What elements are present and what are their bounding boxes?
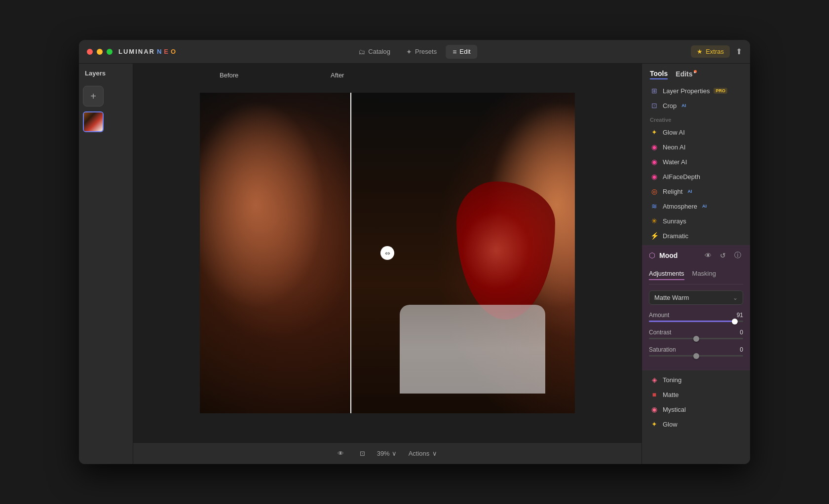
mood-visibility-button[interactable]: 👁 <box>703 250 714 261</box>
dramatic-label: Dramatic <box>663 232 688 240</box>
tool-item-water-ai[interactable]: ◉ Water AI <box>642 154 750 169</box>
tool-item-neon-ai[interactable]: ◉ Neon AI <box>642 140 750 154</box>
catalog-button[interactable]: 🗂 Catalog <box>351 45 397 59</box>
tool-item-dramatic[interactable]: ⚡ Dramatic <box>642 228 750 243</box>
layer-thumbnail[interactable] <box>83 111 104 132</box>
plus-icon: + <box>90 91 96 102</box>
extras-star-icon: ★ <box>697 48 703 55</box>
layers-icon: ⊞ <box>650 87 659 95</box>
info-icon: ⓘ <box>734 251 741 260</box>
saturation-slider-thumb[interactable] <box>693 353 699 359</box>
actions-chevron-icon: ∨ <box>432 450 437 457</box>
tool-item-sunrays[interactable]: ✳ Sunrays <box>642 214 750 228</box>
contrast-slider-track[interactable] <box>649 338 743 339</box>
split-handle[interactable]: ⇔ <box>380 246 394 260</box>
mood-title-group: ⬡ Mood <box>649 251 678 260</box>
tool-item-matte[interactable]: ■ Matte <box>642 387 750 402</box>
mood-header[interactable]: ⬡ Mood 👁 ↺ ⓘ <box>642 245 750 266</box>
mood-content: Adjustments Masking Matte Warm ⌄ Amount … <box>642 266 750 370</box>
mood-preset-dropdown[interactable]: Matte Warm ⌄ <box>649 290 743 305</box>
fullscreen-button[interactable] <box>107 49 113 55</box>
minimize-button[interactable] <box>97 49 103 55</box>
compare-icon: ⊡ <box>360 450 365 457</box>
visibility-button[interactable]: 👁 <box>334 448 348 459</box>
dropdown-value: Matte Warm <box>654 294 689 301</box>
layer-thumb-image <box>84 112 103 131</box>
crop-label: Crop <box>663 102 677 109</box>
dropdown-chevron-icon: ⌄ <box>733 294 738 301</box>
tool-item-crop[interactable]: ⊡ Crop AI <box>642 98 750 113</box>
mood-title: Mood <box>659 252 678 259</box>
contrast-value: 0 <box>740 329 743 336</box>
adjustments-subtab[interactable]: Adjustments <box>649 270 684 280</box>
edit-button[interactable]: ≡ Edit <box>446 45 478 59</box>
tool-item-relight[interactable]: ◎ Relight AI <box>642 184 750 199</box>
neon-ai-label: Neon AI <box>663 144 685 151</box>
logo-neo-o: O <box>171 48 176 55</box>
neon-ai-icon: ◉ <box>650 143 659 151</box>
catalog-icon: 🗂 <box>358 48 365 56</box>
ai-badge-relight: AI <box>687 189 692 194</box>
saturation-slider-track[interactable] <box>649 355 743 357</box>
photo-container: ⇔ <box>200 93 575 413</box>
canvas-image[interactable]: ⇔ <box>133 64 641 442</box>
tool-item-atmosphere[interactable]: ≋ Atmosphere AI <box>642 199 750 214</box>
compare-button[interactable]: ⊡ <box>356 448 369 459</box>
logo-neo: N <box>157 48 162 55</box>
amount-slider-track[interactable] <box>649 321 743 322</box>
water-ai-label: Water AI <box>663 158 687 166</box>
tool-item-layer-properties[interactable]: ⊞ Layer Properties PRO <box>642 83 750 98</box>
saturation-slider-row: Saturation 0 <box>649 346 743 357</box>
saturation-label-row: Saturation 0 <box>649 346 743 353</box>
dramatic-icon: ⚡ <box>650 232 659 240</box>
add-layer-button[interactable]: + <box>83 86 104 107</box>
atmosphere-label: Atmosphere <box>663 203 697 210</box>
masking-subtab[interactable]: Masking <box>692 270 716 280</box>
crop-icon: ⊡ <box>650 102 659 109</box>
mood-reset-button[interactable]: ↺ <box>717 250 728 261</box>
saturation-label: Saturation <box>649 346 676 353</box>
amount-slider-thumb[interactable] <box>732 319 738 324</box>
tab-tools[interactable]: Tools <box>650 70 668 79</box>
contrast-slider-thumb[interactable] <box>693 336 699 342</box>
edits-label: Edits <box>676 70 692 78</box>
bottom-toolbar: 👁 ⊡ 39% ∨ Actions ∨ <box>133 442 641 464</box>
close-button[interactable] <box>87 49 93 55</box>
eye-icon: 👁 <box>338 450 344 457</box>
zoom-control[interactable]: 39% ∨ <box>377 450 397 457</box>
layers-panel: Layers + <box>79 64 133 464</box>
pro-badge: PRO <box>714 88 727 94</box>
matte-label: Matte <box>663 391 679 398</box>
ai-badge-crop: AI <box>681 103 686 108</box>
mood-actions: 👁 ↺ ⓘ <box>703 250 743 261</box>
presets-button[interactable]: ✦ Presets <box>399 45 444 59</box>
shirt-accent <box>400 305 545 394</box>
right-panel: Tools Edits● ⊞ Layer Properties PRO ⊡ Cr… <box>641 64 750 464</box>
actions-button[interactable]: Actions ∨ <box>405 448 442 459</box>
extras-button[interactable]: ★ Extras <box>691 45 730 58</box>
zoom-value: 39% <box>377 450 390 457</box>
amount-label: Amount <box>649 312 669 319</box>
tool-item-mystical[interactable]: ◉ Mystical <box>642 402 750 417</box>
amount-value: 91 <box>737 312 743 319</box>
amount-label-row: Amount 91 <box>649 312 743 319</box>
water-ai-icon: ◉ <box>650 158 659 166</box>
sunrays-label: Sunrays <box>663 217 686 225</box>
glow-icon: ✦ <box>650 420 659 428</box>
eye-icon-mood: 👁 <box>705 252 712 259</box>
tool-item-glow-ai[interactable]: ✦ Glow AI <box>642 125 750 140</box>
aifacedepth-label: AIFaceDepth <box>663 173 700 180</box>
glow-ai-icon: ✦ <box>650 128 659 136</box>
relight-label: Relight <box>663 188 682 195</box>
tool-item-glow[interactable]: ✦ Glow <box>642 417 750 432</box>
tab-edits[interactable]: Edits● <box>676 70 696 79</box>
tool-item-aifacedepth[interactable]: ◉ AIFaceDepth <box>642 169 750 184</box>
split-line <box>350 93 351 413</box>
ai-badge-atmosphere: AI <box>702 204 707 209</box>
extras-label: Extras <box>706 48 724 55</box>
tool-item-toning[interactable]: ◈ Toning <box>642 372 750 387</box>
title-right: ★ Extras ⬆ <box>691 45 742 58</box>
edits-dot-badge: ● <box>694 70 697 73</box>
share-button[interactable]: ⬆ <box>736 47 742 56</box>
mood-info-button[interactable]: ⓘ <box>732 250 743 261</box>
